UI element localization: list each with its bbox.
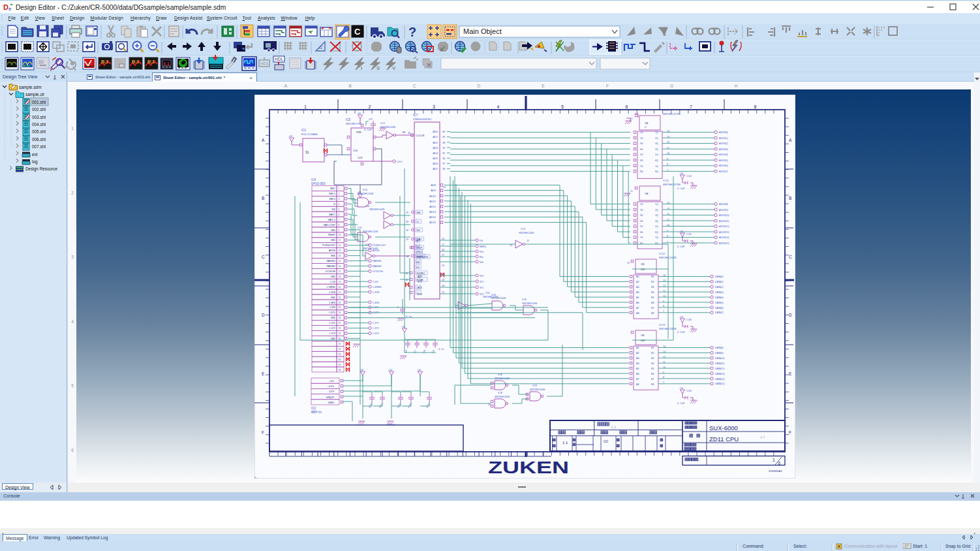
- svg-text:（ ）: （ ）: [759, 435, 766, 439]
- svg-text:AD5: AD5: [433, 157, 438, 160]
- svg-text:AD15: AD15: [429, 221, 436, 224]
- svg-text:NVI: NVI: [332, 208, 336, 211]
- svg-text:AD3: AD3: [433, 146, 438, 150]
- svg-text:IC6: IC6: [358, 226, 362, 229]
- svg-text:DS: DS: [480, 240, 483, 242]
- svg-text:25: 25: [339, 311, 341, 314]
- svg-text:34: 34: [442, 147, 445, 150]
- svg-text:A8: A8: [636, 383, 639, 386]
- svg-text:1: 1: [773, 458, 775, 462]
- svg-text:13: 13: [510, 244, 512, 247]
- svg-text:E: E: [542, 84, 545, 88]
- svg-text:B3: B3: [651, 357, 654, 360]
- svg-text:DS: DS: [416, 245, 419, 248]
- svg-text:DATA(2): DATA(2): [715, 286, 724, 289]
- svg-text:1Q: 1Q: [655, 131, 658, 134]
- svg-text:IC9: IC9: [532, 384, 537, 387]
- svg-text:54: 54: [406, 255, 408, 258]
- svg-text:ADDR(5): ADDR(5): [719, 159, 728, 162]
- svg-text:SN74HC04N: SN74HC04N: [369, 208, 384, 211]
- svg-text:DATA(8): DATA(8): [715, 347, 724, 349]
- svg-text:7: 7: [690, 104, 692, 109]
- svg-text:C: C: [789, 255, 792, 259]
- svg-text:C-STO: C-STO: [373, 311, 380, 314]
- svg-text:S: S: [376, 65, 380, 71]
- svg-text:0. 1uF: 0. 1uF: [677, 401, 685, 405]
- svg-text:SN74HC00N: SN74HC00N: [530, 388, 545, 391]
- svg-text:B: B: [789, 196, 791, 200]
- svg-text:GND: GND: [328, 401, 334, 404]
- svg-text:ST2: ST2: [480, 287, 483, 289]
- svg-text:19: 19: [442, 291, 444, 294]
- svg-text:SN74HC74N: SN74HC74N: [346, 122, 361, 125]
- svg-text:B:1: B:1: [132, 59, 139, 64]
- svg-text:+5V: +5V: [679, 387, 684, 390]
- svg-text:C: C: [645, 126, 647, 129]
- svg-text:PRE: PRE: [356, 131, 361, 134]
- svg-text:AD2: AD2: [433, 141, 438, 144]
- svg-text:2D: 2D: [640, 137, 643, 140]
- svg-text:29: 29: [339, 332, 341, 335]
- svg-text:20: 20: [442, 238, 444, 240]
- svg-text:IC6: IC6: [485, 291, 490, 294]
- svg-text:C-ST3: C-ST3: [329, 332, 335, 335]
- svg-text:?: ?: [408, 25, 416, 39]
- svg-text:A1: A1: [636, 276, 639, 278]
- svg-text:B4: B4: [651, 291, 654, 294]
- svg-text:F: F: [606, 84, 609, 88]
- svg-text:BVCB: BVCB: [388, 423, 395, 426]
- svg-text:MREQ: MREQ: [416, 251, 422, 253]
- svg-text:DATA(3): DATA(3): [715, 291, 724, 294]
- svg-text:22: 22: [339, 296, 341, 299]
- svg-text:I: I: [361, 65, 362, 71]
- svg-text:MREQ: MREQ: [480, 245, 487, 248]
- svg-text:005.sht: 005.sht: [32, 129, 46, 134]
- svg-text:ext: ext: [32, 152, 38, 157]
- svg-text:9: 9: [339, 229, 340, 232]
- svg-text:4: 4: [339, 203, 340, 206]
- svg-text:A: A: [789, 138, 792, 142]
- svg-text:A7: A7: [636, 307, 639, 309]
- svg-text:6Q: 6Q: [655, 231, 658, 234]
- svg-text:C-WRED: C-WRED: [326, 286, 335, 289]
- svg-text:B2: B2: [651, 281, 654, 283]
- svg-text:H: H: [735, 84, 738, 88]
- svg-text:2Q: 2Q: [655, 137, 658, 140]
- svg-text:B6: B6: [651, 302, 654, 304]
- svg-text:7D: 7D: [640, 165, 643, 168]
- svg-text:RANGE2: RANGE2: [326, 265, 335, 268]
- svg-text:A5: A5: [636, 296, 639, 299]
- svg-text:C19: C19: [686, 389, 692, 392]
- svg-text:11: 11: [339, 239, 341, 242]
- svg-text:IC7: IC7: [413, 114, 418, 117]
- svg-text:ST0: ST0: [480, 275, 483, 277]
- svg-text:19: 19: [627, 262, 630, 264]
- svg-text:OE: OE: [645, 193, 649, 195]
- svg-text:B/w: B/w: [480, 256, 483, 259]
- svg-text:17: 17: [339, 270, 341, 273]
- svg-text:6: 6: [778, 461, 781, 465]
- svg-text:RANGE1: RANGE1: [326, 260, 335, 262]
- svg-text:26: 26: [442, 279, 444, 281]
- svg-text:SN74HC10N: SN74HC10N: [358, 192, 373, 195]
- svg-text:CLK-I: CLK-I: [397, 161, 403, 163]
- svg-text:35: 35: [339, 364, 341, 366]
- svg-text:DATA(7): DATA(7): [715, 311, 724, 314]
- svg-text:GND: GND: [331, 296, 336, 299]
- svg-text:4Q: 4Q: [655, 148, 658, 151]
- svg-text:26: 26: [442, 264, 444, 267]
- svg-text:24: 24: [339, 306, 341, 309]
- svg-text:NVI: NVI: [417, 229, 420, 232]
- svg-text:3: 3: [433, 104, 435, 109]
- svg-text:SN74HC245N: SN74HC245N: [659, 256, 677, 259]
- svg-text:20: 20: [339, 286, 341, 289]
- svg-text:+5V: +5V: [679, 316, 684, 319]
- svg-text:SN74HC373N: SN74HC373N: [663, 112, 681, 116]
- svg-text:12: 12: [339, 244, 341, 247]
- svg-text:SN74HC00N: SN74HC00N: [491, 296, 506, 300]
- svg-text:SN74HC04N: SN74HC04N: [363, 247, 378, 250]
- svg-text:AD10: AD10: [429, 195, 436, 198]
- svg-text:DATA(9): DATA(9): [715, 352, 724, 354]
- svg-text:2Q: 2Q: [655, 209, 658, 212]
- svg-text:3Q: 3Q: [655, 142, 658, 145]
